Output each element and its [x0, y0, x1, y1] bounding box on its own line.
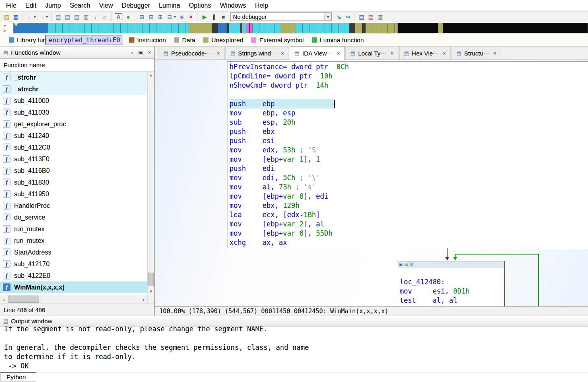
open-file-icon[interactable]: ▨	[2, 12, 11, 21]
horizontal-scrollbar[interactable]: ‹ ›	[0, 295, 154, 304]
step-over-icon[interactable]: ↪	[343, 12, 353, 21]
navband-segment[interactable]	[362, 23, 365, 33]
overflow-chevron-icon[interactable]: »	[4, 23, 6, 28]
save-icon[interactable]: ▦	[11, 12, 21, 21]
toolbar-overflow-handles[interactable]: » »	[0, 23, 13, 33]
function-list-item[interactable]: fsub_411240	[0, 130, 147, 142]
function-list-item[interactable]: fsub_412170	[0, 258, 147, 270]
close-icon[interactable]: ×	[443, 50, 446, 56]
print-icon[interactable]: ▥	[81, 12, 91, 21]
flow-chart-icon[interactable]: ⊞	[137, 12, 146, 21]
overflow-chevron-icon[interactable]: »	[4, 28, 6, 33]
navband-segment[interactable]	[242, 23, 246, 33]
disassembly-listing[interactable]: hPrevInstance= dword ptr 0ChlpCmdLine= d…	[229, 62, 588, 247]
disassembly-line[interactable]: lpCmdLine= dword ptr 10h	[229, 72, 588, 81]
function-list-item[interactable]: fsub_411950	[0, 188, 147, 200]
graph-dropdown-icon[interactable]: ▾	[173, 12, 177, 21]
disassembly-line[interactable]: mov ebx, 129h	[229, 201, 588, 210]
function-list-item[interactable]: fget_explorer_proc	[0, 118, 147, 130]
scroll-right-icon[interactable]: ›	[139, 295, 147, 304]
disassembly-line[interactable]: push edi	[229, 164, 588, 173]
navband-segment[interactable]	[438, 23, 443, 33]
disassembly-line[interactable]: hPrevInstance= dword ptr 0Ch	[229, 62, 588, 72]
scrollbar-thumb[interactable]	[8, 296, 39, 303]
scrollbar-track[interactable]	[8, 295, 139, 304]
float-icon[interactable]: ▣	[138, 50, 143, 55]
menu-lumina[interactable]: Lumina	[155, 1, 184, 10]
close-icon[interactable]: ×	[217, 50, 220, 56]
close-icon[interactable]: ×	[493, 50, 497, 56]
nav-back-dropdown-icon[interactable]: ▾	[33, 12, 37, 21]
graph-canvas[interactable]: hPrevInstance= dword ptr 0ChlpCmdLine= d…	[155, 60, 588, 306]
scroll-left-icon[interactable]: ‹	[0, 295, 8, 304]
disassembly-line[interactable]: sub esp, 20h	[229, 118, 588, 127]
navband-segment[interactable]	[295, 23, 349, 33]
function-name-column-header[interactable]: Function name	[0, 59, 154, 72]
node-group-icon[interactable]: ▥	[410, 263, 413, 267]
debugger-selector[interactable]: No debugger▾	[230, 12, 332, 21]
navband-segment[interactable]	[365, 23, 398, 33]
disassembly-line[interactable]: mov edi, 5Ch ; '\'	[229, 173, 588, 183]
disassembly-line[interactable]: push ebp	[229, 99, 588, 109]
rename-icon[interactable]: ▱	[100, 12, 109, 21]
node-edit-icon[interactable]: ▤	[404, 263, 408, 267]
disassembly-line[interactable]	[397, 268, 504, 277]
python-input[interactable]	[36, 372, 588, 382]
cancel-icon[interactable]: ×	[186, 12, 196, 21]
navigation-band[interactable]	[13, 23, 588, 33]
menu-help[interactable]: Help	[250, 1, 272, 10]
menu-search[interactable]: Search	[65, 1, 95, 10]
breakpoints-icon[interactable]: ▤	[366, 12, 375, 21]
navband-segment[interactable]	[229, 23, 240, 33]
tab-pseudocode[interactable]: ▤Pseudocode-···×	[159, 46, 225, 60]
jump-by-name-icon[interactable]: ▤	[54, 12, 63, 21]
menu-windows[interactable]: Windows	[215, 1, 250, 10]
disassembly-line[interactable]: mov [ebp+var_2], al	[229, 220, 588, 229]
jump-by-segment-icon[interactable]: ▤	[72, 12, 81, 21]
signatures-icon[interactable]: ▥	[375, 12, 385, 21]
node-color-icon[interactable]: ▣	[399, 263, 402, 267]
output-log[interactable]: If the segment is not read-only, please …	[0, 327, 588, 372]
function-list-item[interactable]: fsub_411830	[0, 177, 147, 188]
navband-segment[interactable]	[218, 23, 227, 33]
menu-options[interactable]: Options	[184, 1, 215, 10]
debugger-start-icon[interactable]: ▶	[200, 12, 209, 21]
graph-node-secondary[interactable]: ▣▤▥ loc_412480:mov esi, 0D1htest al, al	[397, 261, 505, 306]
navband-segment[interactable]	[349, 23, 355, 33]
nav-forward-dropdown-icon[interactable]: ▾	[45, 12, 49, 21]
chevron-down-icon[interactable]: ▾	[324, 13, 331, 21]
function-list-item[interactable]: frun_mutex_	[0, 235, 147, 246]
disassembly-line[interactable]: loc_412480:	[397, 277, 504, 287]
disassembly-line[interactable]: test al, al	[397, 296, 504, 305]
vertical-scrollbar[interactable]: ▲ ▼	[147, 72, 154, 295]
close-icon[interactable]: ×	[148, 50, 151, 55]
menu-jump[interactable]: Jump	[41, 1, 65, 10]
tab-structures[interactable]: ▤Structu···×	[452, 46, 501, 60]
disassembly-line[interactable]: xchg ax, ax	[229, 238, 588, 247]
jump-to-address-icon[interactable]: ↓	[91, 12, 100, 21]
scrollbar-thumb[interactable]	[148, 273, 154, 286]
menu-debugger[interactable]: Debugger	[118, 1, 155, 10]
user-graph-icon[interactable]: ◈	[177, 12, 186, 21]
menu-edit[interactable]: Edit	[21, 1, 41, 10]
graph-node-code[interactable]: loc_412480:mov esi, 0D1htest al, al	[397, 268, 504, 305]
function-list-item[interactable]: fsub_4116B0	[0, 165, 147, 177]
disassembly-line[interactable]: mov [ebp+var_8], 55Dh	[229, 229, 588, 238]
record-icon[interactable]: ●	[124, 12, 133, 21]
function-list-item[interactable]: f_strrchr	[0, 83, 147, 95]
disassembly-line[interactable]: mov esi, 0D1h	[397, 287, 504, 296]
function-list-item[interactable]: fStartAddress	[0, 246, 147, 258]
navband-segment[interactable]	[189, 23, 212, 33]
function-list-item[interactable]: fsub_4112C0	[0, 142, 147, 153]
disassembly-line[interactable]	[229, 90, 588, 99]
navband-segment[interactable]	[398, 23, 438, 33]
tab-local-types[interactable]: ▤Local Ty···×	[345, 46, 398, 60]
tab-hex-view[interactable]: ▤Hex Vie···×	[399, 46, 451, 60]
disassembly-line[interactable]: mov al, 73h ; 's'	[229, 183, 588, 192]
menu-view[interactable]: View	[95, 1, 117, 10]
call-graph-icon[interactable]: ⊞	[146, 12, 156, 21]
minimize-icon[interactable]: ▫	[131, 50, 133, 55]
scroll-up-icon[interactable]: ▲	[148, 72, 154, 78]
navband-segment[interactable]	[355, 23, 362, 33]
tab-strings[interactable]: ▤Strings wind···×	[225, 46, 289, 60]
